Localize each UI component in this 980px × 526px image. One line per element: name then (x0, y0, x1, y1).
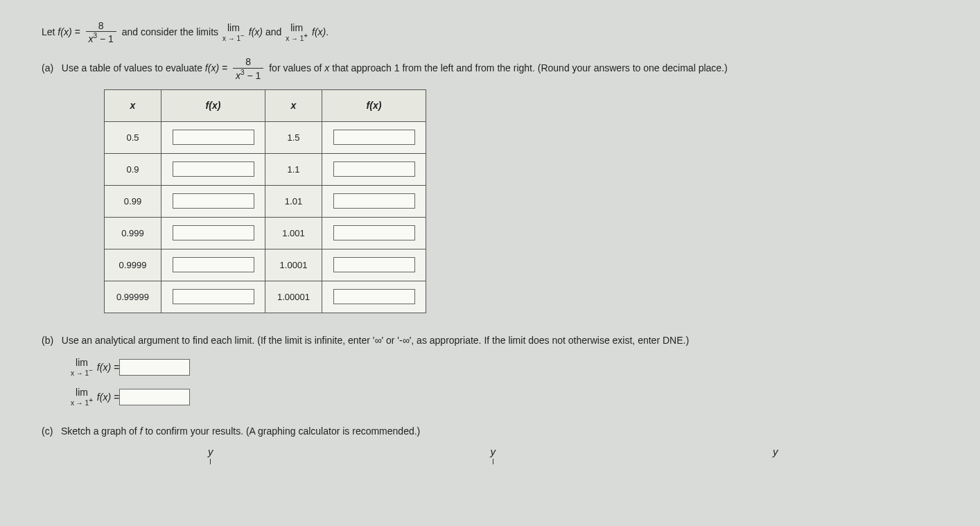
lim-b-approach-right: x → 1+ (71, 397, 93, 407)
fx-left-input[interactable] (173, 130, 254, 145)
y-label-3: y (773, 446, 778, 457)
fx-left-input[interactable] (173, 257, 254, 272)
th-x-left: x (105, 89, 161, 121)
fx-right-input[interactable] (333, 289, 415, 304)
lim-word-r: lim (286, 23, 308, 33)
fx-equals: f(x) = (58, 26, 82, 37)
period: . (326, 26, 329, 37)
x-left-cell: 0.5 (105, 121, 161, 153)
fx-right-cell (322, 281, 426, 313)
fx-left-cell (161, 281, 265, 313)
part-c-f: f (140, 426, 143, 437)
axis-tick-1 (210, 459, 211, 464)
lim-b-approach-left: x → 1− (71, 367, 93, 377)
lim-b-word: lim (71, 358, 93, 367)
and-text: and (265, 26, 284, 37)
lim-b-left: lim x → 1− (71, 358, 93, 377)
frac-den-x: x (89, 33, 94, 44)
fx-left: f(x) (249, 26, 263, 37)
fraction-a: 8 x3 − 1 (233, 57, 263, 80)
fx-left-cell (161, 153, 265, 185)
frac-num: 8 (86, 21, 116, 32)
table-row: 0.9991.001 (105, 217, 426, 249)
fx-left-cell (161, 249, 265, 281)
limit-right-input[interactable] (119, 389, 190, 405)
lim-b-fx-left: f(x) = (97, 362, 119, 373)
fx-right-cell (322, 249, 426, 281)
part-c-label: (c) (42, 426, 53, 437)
part-a-text3: that approach 1 from the left and from t… (332, 62, 727, 73)
fx-left-input[interactable] (173, 161, 254, 177)
lim-b-right: lim x → 1+ (71, 387, 93, 407)
th-x-right: x (265, 89, 322, 121)
graph-y-3: y (773, 446, 778, 464)
fx-right-cell (322, 153, 426, 185)
fx-left-input[interactable] (173, 193, 254, 209)
lim-approach-left: x → 1− (222, 33, 245, 42)
part-b-label: (b) (42, 335, 53, 346)
fx-right-input[interactable] (333, 161, 415, 177)
fx-left-cell (161, 185, 265, 217)
x-left-cell: 0.99999 (105, 281, 161, 313)
intro-statement: Let f(x) = 8 x3 − 1 and consider the lim… (42, 21, 938, 44)
part-a-text2: for values of (269, 62, 324, 73)
consider-text: and consider the limits (122, 26, 221, 37)
x-ital: x (324, 62, 329, 73)
x-right-cell: 1.0001 (265, 249, 322, 281)
x-left-cell: 0.9999 (105, 249, 161, 281)
th-fx-right: f(x) (322, 89, 426, 121)
fx-right-cell (322, 185, 426, 217)
limit-answers-block: lim x → 1− f(x) = lim x → 1+ f(x) = (69, 358, 938, 407)
part-c-text: Sketch a graph of (61, 426, 140, 437)
y-label-2: y (491, 446, 496, 457)
lim-word: lim (222, 23, 245, 33)
fx-left-cell (161, 217, 265, 249)
axis-tick-2 (493, 459, 493, 464)
x-left-cell: 0.999 (105, 217, 161, 249)
part-a-label: (a) (42, 62, 53, 73)
x-right-cell: 1.1 (265, 153, 322, 185)
table-row: 0.991.01 (105, 185, 426, 217)
frac-a-num: 8 (233, 57, 263, 68)
lim-b-fx-right: f(x) = (97, 392, 119, 403)
x-right-cell: 1.01 (265, 185, 322, 217)
th-fx-left: f(x) (161, 89, 265, 121)
limit-left: lim x → 1− (222, 23, 245, 42)
fx-right-cell (322, 217, 426, 249)
limit-left-input[interactable] (119, 359, 190, 376)
frac-den-rest: − 1 (97, 33, 114, 44)
limit-right: lim x → 1+ (286, 23, 308, 42)
frac-a-x: x (236, 69, 240, 80)
table-row: 0.51.5 (105, 121, 426, 153)
graph-y-1: y (208, 446, 213, 464)
frac-a-rest: − 1 (245, 69, 261, 80)
part-b-text: Use an analytical argument to find each … (62, 335, 689, 346)
fx-right-input[interactable] (333, 225, 415, 240)
x-right-cell: 1.00001 (265, 281, 322, 313)
graph-labels-row: y y y (208, 446, 938, 464)
fx-left-input[interactable] (173, 225, 254, 240)
fraction-def: 8 x3 − 1 (86, 21, 116, 44)
fx-right-input[interactable] (333, 257, 415, 272)
fx-eq-a: f(x) = (205, 62, 230, 73)
fx-right-cell (322, 121, 426, 153)
x-left-cell: 0.9 (105, 153, 161, 185)
limit-right-row: lim x → 1+ f(x) = (69, 387, 938, 407)
lim-approach-right: x → 1+ (286, 33, 308, 42)
table-row: 0.99991.0001 (105, 249, 426, 281)
fx-right-input[interactable] (333, 193, 415, 209)
part-a-statement: (a) Use a table of values to evaluate f(… (42, 57, 938, 80)
table-row: 0.999991.00001 (105, 281, 426, 313)
graph-y-2: y (491, 446, 496, 464)
y-label-1: y (208, 446, 213, 457)
fx-right-input[interactable] (333, 130, 415, 145)
part-b-statement: (b) Use an analytical argument to find e… (42, 333, 938, 348)
fx-left-cell (161, 121, 265, 153)
part-a-text1: Use a table of values to evaluate (62, 62, 205, 73)
part-c-statement: (c) Sketch a graph of f to confirm your … (42, 423, 938, 439)
x-right-cell: 1.001 (265, 217, 322, 249)
table-row: 0.91.1 (105, 153, 426, 185)
limit-left-row: lim x → 1− f(x) = (69, 358, 938, 377)
part-c-text2: to confirm your results. (A graphing cal… (145, 426, 420, 437)
fx-left-input[interactable] (173, 289, 254, 304)
